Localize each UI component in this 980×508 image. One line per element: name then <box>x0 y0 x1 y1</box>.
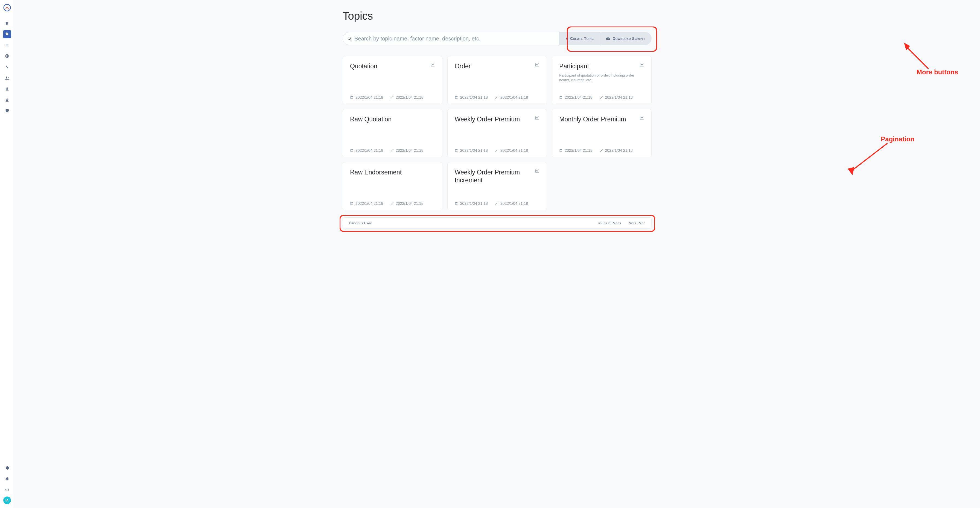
power-icon <box>5 487 9 492</box>
toolbar: + Create Topic Download Scripts <box>343 32 652 45</box>
annotation-label-more-buttons: More buttons <box>916 68 958 76</box>
card-title: Order <box>455 62 471 70</box>
pencil-icon <box>600 149 603 152</box>
card-title: Monthly Order Premium <box>559 115 626 123</box>
card-title: Raw Endorsement <box>350 169 402 176</box>
pencil-icon <box>390 96 394 99</box>
calendar-icon <box>455 96 458 99</box>
nav-topics[interactable] <box>3 30 11 38</box>
search-input[interactable] <box>355 35 555 42</box>
next-page-link[interactable]: Next Page <box>628 221 645 225</box>
svg-line-5 <box>906 46 928 68</box>
users-icon <box>5 75 10 80</box>
chart-icon <box>430 62 435 67</box>
card-title: Weekly Order Premium <box>455 115 520 123</box>
nav-globe[interactable] <box>3 52 11 60</box>
search-icon <box>347 37 352 41</box>
topic-card[interactable]: Monthly Order Premium2022/1/04 21:182022… <box>552 109 652 157</box>
card-title: Weekly Order Premium Increment <box>455 169 532 184</box>
card-created: 2022/1/04 21:18 <box>455 148 488 153</box>
card-created: 2022/1/04 21:18 <box>455 201 488 205</box>
topic-card[interactable]: Raw Endorsement2022/1/04 21:182022/1/04 … <box>343 162 442 210</box>
card-title: Participant <box>559 62 589 70</box>
plus-icon: + <box>565 37 568 41</box>
topic-card[interactable]: Weekly Order Premium2022/1/04 21:182022/… <box>447 109 547 157</box>
topic-card[interactable]: Weekly Order Premium Increment2022/1/04 … <box>447 162 547 210</box>
card-created: 2022/1/04 21:18 <box>455 95 488 100</box>
calendar-icon <box>455 149 458 152</box>
download-scripts-label: Download Scripts <box>612 37 646 41</box>
nav-settings[interactable] <box>3 464 11 472</box>
tag-icon <box>5 32 9 37</box>
calendar-icon <box>455 202 458 205</box>
card-modified: 2022/1/04 21:18 <box>495 201 528 205</box>
pencil-icon <box>495 96 498 99</box>
create-topic-label: Create Topic <box>570 37 593 41</box>
card-created: 2022/1/04 21:18 <box>559 95 592 100</box>
nav-pulse[interactable] <box>3 63 11 71</box>
topic-card[interactable]: Raw Quotation2022/1/04 21:182022/1/04 21… <box>343 109 442 157</box>
nav-list[interactable] <box>3 41 11 49</box>
nav-store[interactable] <box>3 107 11 115</box>
page-title: Topics <box>343 10 652 22</box>
bug-icon <box>5 476 9 481</box>
card-modified: 2022/1/04 21:18 <box>390 201 423 205</box>
card-modified: 2022/1/04 21:18 <box>495 148 528 153</box>
user-icon <box>5 87 9 91</box>
nav-user[interactable] <box>3 85 11 93</box>
avatar[interactable]: IA <box>3 497 11 504</box>
home-icon <box>5 21 9 25</box>
card-description: Participant of quotation or order, inclu… <box>559 73 644 83</box>
card-modified: 2022/1/04 21:18 <box>495 95 528 100</box>
list-icon <box>5 43 9 47</box>
cloud-download-icon <box>606 37 610 41</box>
chart-icon <box>535 62 539 67</box>
pencil-icon <box>495 202 498 205</box>
annotation-arrow-pagination <box>846 141 892 176</box>
svg-point-4 <box>6 88 8 89</box>
nav-users[interactable] <box>3 74 11 82</box>
app-icon <box>5 98 9 102</box>
topic-card[interactable]: ParticipantParticipant of quotation or o… <box>552 56 652 104</box>
card-modified: 2022/1/04 21:18 <box>600 95 633 100</box>
topic-card[interactable]: Order2022/1/04 21:182022/1/04 21:18 <box>447 56 547 104</box>
pencil-icon <box>495 149 498 152</box>
gear-icon <box>5 466 9 470</box>
chart-icon <box>535 115 539 120</box>
store-icon <box>5 108 9 113</box>
chart-icon <box>639 62 644 67</box>
calendar-icon <box>559 149 563 152</box>
calendar-icon <box>350 202 353 205</box>
card-modified: 2022/1/04 21:18 <box>390 95 423 100</box>
svg-marker-8 <box>848 167 854 175</box>
calendar-icon <box>350 96 353 99</box>
download-scripts-button[interactable]: Download Scripts <box>600 32 652 45</box>
main: Topics + Create Topic Download Scripts <box>14 0 980 508</box>
sidebar: IA <box>0 0 14 508</box>
topic-card[interactable]: Quotation2022/1/04 21:182022/1/04 21:18 <box>343 56 442 104</box>
calendar-icon <box>559 96 563 99</box>
nav-bug[interactable] <box>3 475 11 483</box>
prev-page-link[interactable]: Previous Page <box>349 221 372 225</box>
card-created: 2022/1/04 21:18 <box>350 201 383 205</box>
card-modified: 2022/1/04 21:18 <box>600 148 633 153</box>
topics-grid: Quotation2022/1/04 21:182022/1/04 21:18O… <box>343 56 652 210</box>
svg-point-3 <box>7 77 8 78</box>
nav-power[interactable] <box>3 486 11 494</box>
page-summary: #2 of 3 Pages <box>598 221 621 225</box>
card-created: 2022/1/04 21:18 <box>559 148 592 153</box>
chart-icon <box>639 115 644 120</box>
calendar-icon <box>350 149 353 152</box>
create-topic-button[interactable]: + Create Topic <box>560 32 600 45</box>
search-wrap <box>343 32 560 45</box>
pencil-icon <box>390 149 394 152</box>
card-title: Raw Quotation <box>350 115 391 123</box>
nav-app[interactable] <box>3 96 11 104</box>
pencil-icon <box>600 96 603 99</box>
annotation-arrow-more-buttons <box>901 41 934 71</box>
nav-home[interactable] <box>3 19 11 27</box>
app-logo <box>3 4 11 11</box>
annotation-label-pagination: Pagination <box>881 135 915 143</box>
pulse-icon <box>5 65 9 69</box>
svg-point-2 <box>6 76 7 78</box>
